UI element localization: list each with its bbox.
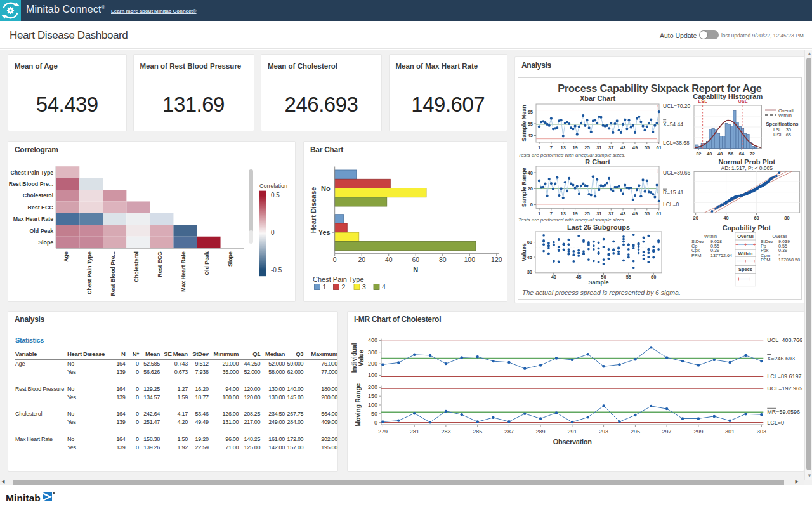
svg-text:100: 100 bbox=[368, 401, 377, 407]
svg-text:19: 19 bbox=[572, 145, 577, 150]
svg-text:Rest Blood Pre...: Rest Blood Pre... bbox=[110, 251, 116, 296]
svg-text:Slope: Slope bbox=[38, 239, 53, 246]
svg-text:Chest Pain Type: Chest Pain Type bbox=[10, 169, 53, 176]
svg-text:45: 45 bbox=[576, 274, 581, 280]
svg-text:19: 19 bbox=[572, 211, 577, 216]
svg-text:Sample Range: Sample Range bbox=[521, 168, 527, 207]
svg-text:Within: Within bbox=[778, 112, 792, 118]
svg-text:AD: 1.517, P: < 0.005: AD: 1.517, P: < 0.005 bbox=[721, 164, 773, 171]
svg-text:287: 287 bbox=[504, 428, 514, 435]
svg-text:1: 1 bbox=[538, 145, 540, 150]
svg-text:20: 20 bbox=[358, 256, 365, 263]
svg-text:30: 30 bbox=[527, 268, 532, 274]
svg-text:400: 400 bbox=[368, 337, 377, 343]
svg-text:3: 3 bbox=[362, 283, 366, 291]
svg-text:Individual: Individual bbox=[351, 343, 358, 373]
svg-text:Specifications: Specifications bbox=[766, 121, 799, 127]
svg-text:Capability Plot: Capability Plot bbox=[723, 223, 771, 231]
svg-text:60: 60 bbox=[754, 215, 759, 221]
svg-text:291: 291 bbox=[567, 428, 577, 435]
svg-text:137068.58: 137068.58 bbox=[778, 256, 800, 262]
svg-text:64: 64 bbox=[739, 150, 745, 156]
svg-text:40: 40 bbox=[707, 150, 712, 156]
svg-text:13: 13 bbox=[561, 211, 566, 216]
svg-text:31: 31 bbox=[596, 145, 601, 150]
svg-text:4: 4 bbox=[382, 283, 386, 291]
svg-text:LCL=38.68: LCL=38.68 bbox=[663, 140, 690, 146]
svg-text:Old Peak: Old Peak bbox=[30, 228, 54, 234]
svg-text:7: 7 bbox=[550, 145, 553, 150]
svg-text:Max Heart Rate: Max Heart Rate bbox=[180, 251, 187, 292]
svg-text:301: 301 bbox=[725, 428, 735, 435]
svg-text:55: 55 bbox=[626, 274, 631, 280]
svg-text:120: 120 bbox=[491, 256, 502, 263]
svg-text:Rest ECG: Rest ECG bbox=[157, 251, 163, 277]
svg-text:40: 40 bbox=[723, 215, 728, 221]
svg-text:USL: USL bbox=[773, 132, 783, 138]
svg-text:Sample Mean: Sample Mean bbox=[521, 105, 527, 142]
svg-text:295: 295 bbox=[631, 428, 640, 435]
svg-text:LCL=0: LCL=0 bbox=[663, 201, 679, 207]
svg-text:80: 80 bbox=[784, 215, 789, 221]
svg-text:56: 56 bbox=[728, 150, 733, 156]
svg-text:60: 60 bbox=[527, 239, 532, 245]
svg-text:X=246.693: X=246.693 bbox=[767, 355, 795, 361]
svg-text:55: 55 bbox=[645, 211, 650, 216]
svg-text:UCL=403.766: UCL=403.766 bbox=[767, 336, 802, 343]
svg-text:293: 293 bbox=[599, 428, 608, 435]
svg-text:285: 285 bbox=[473, 428, 482, 435]
svg-text:200: 200 bbox=[368, 360, 377, 367]
svg-text:150: 150 bbox=[368, 393, 377, 399]
svg-text:25: 25 bbox=[584, 145, 589, 150]
svg-text:31: 31 bbox=[596, 211, 601, 216]
svg-text:Chest Pain Type: Chest Pain Type bbox=[313, 275, 364, 283]
svg-text:100: 100 bbox=[368, 372, 377, 378]
svg-text:20: 20 bbox=[693, 215, 698, 221]
svg-text:48: 48 bbox=[717, 150, 723, 156]
svg-text:13: 13 bbox=[561, 145, 566, 150]
svg-text:281: 281 bbox=[410, 428, 419, 435]
svg-text:Correlation: Correlation bbox=[259, 183, 287, 189]
svg-text:297: 297 bbox=[662, 428, 672, 435]
svg-text:0: 0 bbox=[333, 256, 337, 263]
svg-text:100: 100 bbox=[464, 256, 476, 263]
svg-text:49: 49 bbox=[632, 211, 638, 216]
svg-text:USL: USL bbox=[738, 98, 748, 104]
svg-text:37: 37 bbox=[608, 211, 613, 216]
svg-text:37: 37 bbox=[608, 145, 613, 150]
svg-text:40: 40 bbox=[551, 274, 556, 280]
svg-text:49: 49 bbox=[632, 145, 638, 150]
svg-text:40: 40 bbox=[385, 256, 393, 263]
svg-text:Specs: Specs bbox=[738, 267, 752, 272]
svg-text:N: N bbox=[413, 266, 418, 274]
svg-text:Heart Disease: Heart Disease bbox=[310, 187, 317, 234]
svg-text:Rest Blood Pre...: Rest Blood Pre... bbox=[9, 181, 53, 187]
svg-text:0: 0 bbox=[374, 419, 377, 425]
svg-text:Cholesterol: Cholesterol bbox=[133, 251, 140, 282]
svg-text:Age: Age bbox=[63, 251, 69, 262]
svg-text:Minitab: Minitab bbox=[6, 492, 41, 503]
svg-text:1: 1 bbox=[538, 211, 540, 216]
svg-text:25: 25 bbox=[584, 211, 589, 216]
svg-text:137752.64: 137752.64 bbox=[710, 252, 732, 258]
svg-text:LCL=89.6197: LCL=89.6197 bbox=[767, 373, 801, 380]
svg-text:60: 60 bbox=[412, 256, 419, 263]
svg-text:Last 25 Subgroups: Last 25 Subgroups bbox=[567, 223, 630, 231]
svg-text:Tests are performed with unequ: Tests are performed with unequal sample … bbox=[518, 217, 625, 223]
svg-text:45: 45 bbox=[527, 254, 532, 260]
svg-text:2: 2 bbox=[342, 283, 346, 291]
svg-text:80: 80 bbox=[439, 256, 447, 263]
svg-text:No: No bbox=[321, 185, 331, 192]
svg-text:Values: Values bbox=[521, 243, 527, 261]
svg-text:0: 0 bbox=[271, 229, 275, 236]
svg-text:Xbar Chart: Xbar Chart bbox=[580, 94, 616, 102]
svg-text:Chest Pain Type: Chest Pain Type bbox=[86, 251, 93, 294]
svg-text:UCL=70.20: UCL=70.20 bbox=[663, 102, 691, 109]
svg-text:32: 32 bbox=[696, 150, 701, 156]
svg-text:X=54.44: X=54.44 bbox=[663, 121, 683, 128]
svg-text:7: 7 bbox=[550, 211, 553, 216]
svg-text:Moving Range: Moving Range bbox=[355, 383, 362, 426]
svg-text:40: 40 bbox=[528, 169, 533, 175]
svg-text:283: 283 bbox=[441, 428, 450, 435]
svg-text:200: 200 bbox=[368, 384, 377, 390]
